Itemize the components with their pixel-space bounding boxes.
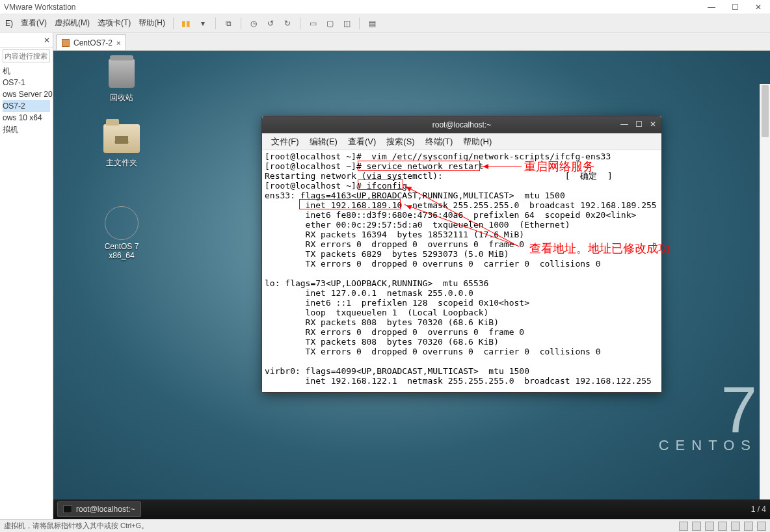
unity-icon[interactable]: ◫ [339,16,354,31]
tab-label: CentOS7-2 [73,38,113,47]
tree-item[interactable]: ows 10 x64 [3,112,50,124]
terminal-titlebar[interactable]: root@localhost:~ — ☐ ✕ [262,116,661,133]
device-icon[interactable] [679,522,688,531]
vm-tree[interactable]: 机 OS7-1 ows Server 2016 OS7-2 ows 10 x64… [0,64,53,137]
host-statusbar: 虚拟机，请将鼠标指针移入其中或按 Ctrl+G。 [0,519,770,532]
close-button[interactable]: ✕ [747,0,770,14]
device-icon[interactable] [705,522,714,531]
forward-icon[interactable]: ↻ [280,16,295,31]
app-title: VMware Workstation [4,3,75,12]
terminal-maximize-icon[interactable]: ☐ [633,118,644,130]
library-icon[interactable]: ▤ [364,16,380,31]
desktop-icon-trash[interactable]: 回收站 [92,57,151,103]
tree-item[interactable]: ows Server 2016 [3,88,50,100]
terminal-body[interactable]: [root@localhost ~]# vim /etc//sysconfig/… [262,150,661,392]
clock-icon[interactable]: ◷ [246,16,261,31]
term-menu-help[interactable]: 帮助(H) [458,136,497,148]
taskbar-item-terminal[interactable]: root@localhost:~ [57,501,141,517]
status-text: 虚拟机，请将鼠标指针移入其中或按 Ctrl+G。 [4,521,148,531]
desktop-icon-home[interactable]: 主文件夹 [92,122,151,168]
minimize-button[interactable]: — [700,0,723,14]
tree-item[interactable]: OS7-1 [3,77,50,88]
tree-item-selected[interactable]: OS7-2 [3,100,50,112]
fit-icon[interactable]: ▭ [305,16,321,31]
taskbar-workspace-indicator[interactable]: 1 / 4 [751,505,766,514]
device-icon[interactable] [757,522,766,531]
search-input[interactable] [3,49,50,62]
dropdown-icon[interactable]: ▾ [195,16,211,31]
library-sidebar: ✕ 机 OS7-1 ows Server 2016 OS7-2 ows 10 x… [0,33,53,519]
guest-taskbar[interactable]: root@localhost:~ 1 / 4 [53,499,770,519]
fullscreen-icon[interactable]: ▢ [322,16,338,31]
term-menu-terminal[interactable]: 终端(T) [420,136,458,148]
tree-item[interactable]: 机 [3,65,50,77]
tab-close-icon[interactable]: × [116,39,120,47]
menu-help[interactable]: 帮助(H) [135,14,169,32]
desktop-icon-disc[interactable]: CentOS 7 x86_64 [92,207,151,260]
icon-label: 回收站 [92,92,151,103]
vm-icon [62,39,70,47]
menu-tabs[interactable]: 选项卡(T) [94,14,135,32]
tree-item[interactable]: 拟机 [3,124,50,135]
menu-edit[interactable]: E) [1,14,17,32]
folder-icon [103,124,140,153]
taskbar-item-label: root@localhost:~ [76,505,135,514]
term-menu-edit[interactable]: 编辑(E) [304,136,343,148]
device-icon[interactable] [744,522,753,531]
maximize-button[interactable]: ☐ [723,0,747,14]
terminal-close-icon[interactable]: ✕ [647,118,659,130]
device-icon[interactable] [692,522,701,531]
tabs-row: CentOS7-2 × [53,33,770,51]
disc-icon [105,206,139,240]
centos-word: CENTOS [659,437,757,454]
revert-icon[interactable]: ↺ [263,16,278,31]
guest-desktop[interactable]: 7 CENTOS 回收站 主文件夹 CentOS 7 x86_64 root@l… [53,51,770,519]
centos-version: 7 [659,377,757,442]
terminal-window[interactable]: root@localhost:~ — ☐ ✕ 文件(F) 编辑(E) 查看(V)… [261,116,662,393]
device-icon[interactable] [718,522,727,531]
terminal-title: root@localhost:~ [432,120,492,129]
pause-icon[interactable]: ▮▮ [178,16,194,31]
terminal-icon [63,505,72,513]
icon-label: 主文件夹 [92,157,151,168]
centos-brand: 7 CENTOS [659,377,757,454]
terminal-menubar: 文件(F) 编辑(E) 查看(V) 搜索(S) 终端(T) 帮助(H) [262,133,661,150]
terminal-minimize-icon[interactable]: — [618,118,630,130]
term-menu-file[interactable]: 文件(F) [266,136,304,148]
term-menu-search[interactable]: 搜索(S) [381,136,419,148]
menu-view[interactable]: 查看(V) [17,14,51,32]
scrollbar[interactable] [760,84,770,499]
sidebar-close-icon[interactable]: ✕ [44,36,50,45]
vm-area: CentOS7-2 × 7 CENTOS 回收站 主文件夹 CentOS 7 x… [53,33,770,519]
device-icon[interactable] [731,522,740,531]
tab-centos7-2[interactable]: CentOS7-2 × [56,34,126,50]
app-titlebar: VMware Workstation — ☐ ✕ [0,0,770,14]
menu-vm[interactable]: 虚拟机(M) [51,14,94,32]
icon-label: CentOS 7 x86_64 [92,242,151,260]
menubar: E) 查看(V) 虚拟机(M) 选项卡(T) 帮助(H) ▮▮ ▾ ⧉ ◷ ↺ … [0,14,770,33]
trash-icon [109,59,135,88]
term-menu-view[interactable]: 查看(V) [343,136,381,148]
snapshot-icon[interactable]: ⧉ [220,16,236,31]
scrollbar-thumb[interactable] [762,85,769,137]
